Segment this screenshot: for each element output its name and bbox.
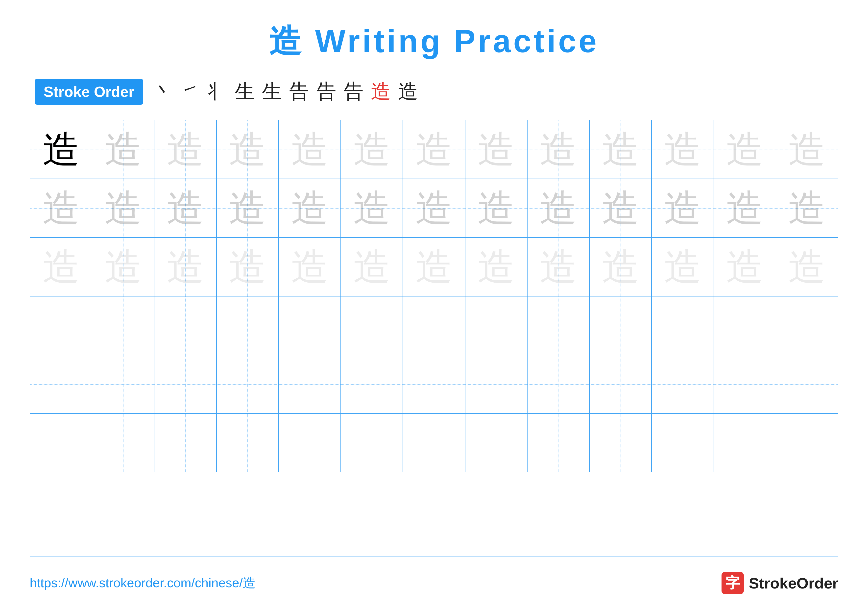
grid-cell-4-9[interactable] <box>590 355 652 413</box>
grid-cell-5-9[interactable] <box>590 414 652 472</box>
grid-cell-3-3[interactable] <box>217 297 279 355</box>
grid-cell-3-5[interactable] <box>341 297 403 355</box>
grid-cell-4-5[interactable] <box>341 355 403 413</box>
grid-cell-3-11[interactable] <box>714 297 776 355</box>
grid-cell-1-5[interactable]: 造 <box>341 179 403 237</box>
grid-cell-5-6[interactable] <box>403 414 465 472</box>
grid-cell-0-3[interactable]: 造 <box>217 120 279 179</box>
grid-cell-0-5[interactable]: 造 <box>341 120 403 179</box>
grid-cell-4-1[interactable] <box>92 355 154 413</box>
char-faint1-1-4: 造 <box>291 190 329 227</box>
char-faint2-2-4: 造 <box>291 249 329 286</box>
grid-cell-5-0[interactable] <box>30 414 92 472</box>
grid-cell-5-3[interactable] <box>217 414 279 472</box>
char-faint2-2-2: 造 <box>167 249 204 286</box>
grid-cell-3-10[interactable] <box>652 297 714 355</box>
grid-cell-5-12[interactable] <box>776 414 838 472</box>
grid-cell-1-4[interactable]: 造 <box>279 179 341 237</box>
grid-cell-2-11[interactable]: 造 <box>714 238 776 296</box>
grid-cell-3-12[interactable] <box>776 297 838 355</box>
char-faint2-2-11: 造 <box>726 249 763 286</box>
grid-cell-3-6[interactable] <box>403 297 465 355</box>
grid-cell-1-12[interactable]: 造 <box>776 179 838 237</box>
char-0-12: 造 <box>788 131 825 168</box>
grid-cell-4-7[interactable] <box>465 355 527 413</box>
grid-cell-3-0[interactable] <box>30 297 92 355</box>
grid-cell-2-6[interactable]: 造 <box>403 238 465 296</box>
grid-cell-3-2[interactable] <box>154 297 217 355</box>
grid-cell-4-0[interactable] <box>30 355 92 413</box>
grid-cell-1-3[interactable]: 造 <box>217 179 279 237</box>
grid-cell-0-2[interactable]: 造 <box>154 120 217 179</box>
grid-cell-2-12[interactable]: 造 <box>776 238 838 296</box>
grid-cell-4-2[interactable] <box>154 355 217 413</box>
grid-cell-5-10[interactable] <box>652 414 714 472</box>
grid-cell-0-11[interactable]: 造 <box>714 120 776 179</box>
grid-cell-0-9[interactable]: 造 <box>590 120 652 179</box>
grid-cell-5-11[interactable] <box>714 414 776 472</box>
grid-cell-1-2[interactable]: 造 <box>154 179 217 237</box>
char-faint2-2-10: 造 <box>664 249 701 286</box>
grid-cell-4-10[interactable] <box>652 355 714 413</box>
stroke-7: 告 <box>316 78 336 105</box>
grid-cell-1-6[interactable]: 造 <box>403 179 465 237</box>
grid-cell-3-1[interactable] <box>92 297 154 355</box>
grid-cell-1-11[interactable]: 造 <box>714 179 776 237</box>
grid-cell-0-4[interactable]: 造 <box>279 120 341 179</box>
char-0-2: 造 <box>167 131 204 168</box>
grid-cell-2-2[interactable]: 造 <box>154 238 217 296</box>
grid-cell-1-1[interactable]: 造 <box>92 179 154 237</box>
grid-cell-0-10[interactable]: 造 <box>652 120 714 179</box>
grid-cell-3-4[interactable] <box>279 297 341 355</box>
grid-cell-0-7[interactable]: 造 <box>465 120 527 179</box>
grid-cell-5-2[interactable] <box>154 414 217 472</box>
grid-cell-2-1[interactable]: 造 <box>92 238 154 296</box>
grid-cell-2-3[interactable]: 造 <box>217 238 279 296</box>
grid-cell-1-7[interactable]: 造 <box>465 179 527 237</box>
char-0-7: 造 <box>477 131 515 168</box>
grid-cell-0-1[interactable]: 造 <box>92 120 154 179</box>
grid-cell-5-4[interactable] <box>279 414 341 472</box>
grid-cell-1-0[interactable]: 造 <box>30 179 92 237</box>
grid-cell-5-8[interactable] <box>527 414 590 472</box>
grid-cell-4-11[interactable] <box>714 355 776 413</box>
grid-row-3 <box>30 297 838 355</box>
grid-cell-2-7[interactable]: 造 <box>465 238 527 296</box>
char-0-1: 造 <box>105 131 142 168</box>
grid-cell-1-8[interactable]: 造 <box>527 179 590 237</box>
grid-cell-4-8[interactable] <box>527 355 590 413</box>
grid-cell-3-9[interactable] <box>590 297 652 355</box>
footer: https://www.strokeorder.com/chinese/造 字 … <box>30 572 838 594</box>
char-faint2-2-6: 造 <box>415 249 453 286</box>
grid-cell-5-7[interactable] <box>465 414 527 472</box>
grid-cell-2-8[interactable]: 造 <box>527 238 590 296</box>
grid-cell-4-4[interactable] <box>279 355 341 413</box>
grid-cell-0-0[interactable]: 造 <box>30 120 92 179</box>
stroke-4: 生 <box>235 78 254 105</box>
grid-cell-5-5[interactable] <box>341 414 403 472</box>
grid-cell-5-1[interactable] <box>92 414 154 472</box>
grid-cell-2-0[interactable]: 造 <box>30 238 92 296</box>
char-faint2-2-1: 造 <box>105 249 142 286</box>
grid-cell-3-8[interactable] <box>527 297 590 355</box>
grid-cell-1-9[interactable]: 造 <box>590 179 652 237</box>
stroke-5: 生 <box>262 78 282 105</box>
grid-cell-4-3[interactable] <box>217 355 279 413</box>
grid-cell-0-6[interactable]: 造 <box>403 120 465 179</box>
grid-cell-0-8[interactable]: 造 <box>527 120 590 179</box>
stroke-10: 造 <box>398 78 418 105</box>
grid-cell-1-10[interactable]: 造 <box>652 179 714 237</box>
grid-cell-2-4[interactable]: 造 <box>279 238 341 296</box>
grid-row-5 <box>30 414 838 472</box>
grid-cell-4-6[interactable] <box>403 355 465 413</box>
char-faint2-2-3: 造 <box>229 249 266 286</box>
grid-cell-2-9[interactable]: 造 <box>590 238 652 296</box>
char-0-0: 造 <box>43 131 80 168</box>
grid-cell-2-10[interactable]: 造 <box>652 238 714 296</box>
footer-url[interactable]: https://www.strokeorder.com/chinese/造 <box>30 574 256 592</box>
grid-cell-4-12[interactable] <box>776 355 838 413</box>
grid-cell-3-7[interactable] <box>465 297 527 355</box>
grid-cell-0-12[interactable]: 造 <box>776 120 838 179</box>
grid-row-1: 造造造造造造造造造造造造造 <box>30 179 838 238</box>
grid-cell-2-5[interactable]: 造 <box>341 238 403 296</box>
